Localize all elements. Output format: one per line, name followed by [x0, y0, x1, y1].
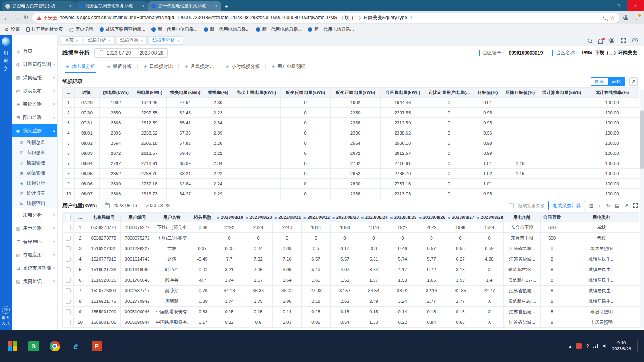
row-checkbox[interactable] [66, 257, 71, 262]
sidebar-item-distribution-monitor[interactable]: ⊟配电监测▾ [12, 111, 57, 124]
browser-menu-icon[interactable]: ⋮ [632, 14, 640, 21]
user-no-link[interactable]: 7808075272 [121, 222, 154, 233]
ie-icon[interactable]: e [66, 334, 85, 358]
bookmark-item[interactable]: 新一代用电信息采... [151, 27, 197, 32]
sidebar-item-power-analysis[interactable]: ◔用电分析▾ [12, 208, 57, 222]
sidebar-item-metering-monitor[interactable]: ◎计量运行监测▾ [12, 58, 57, 71]
table-view-button[interactable]: 表格 [608, 77, 625, 86]
meter-no-link[interactable]: 1516921776 [87, 296, 121, 307]
select-all-checkbox[interactable] [66, 215, 71, 220]
browser-tab[interactable]: 能源互联网营销服务系统× [75, 1, 148, 11]
row-checkbox[interactable] [66, 225, 71, 230]
bookmark-item[interactable]: 新一代用电信息采... [204, 27, 250, 32]
table-row[interactable]: 207/3023502297.5552.452.23023502297.5500… [63, 108, 639, 118]
back-button[interactable]: ← [4, 14, 10, 21]
chrome-taskbar-icon[interactable] [45, 334, 64, 358]
tray-app-icon[interactable] [576, 343, 582, 349]
tray-expand-icon[interactable]: ▴ [569, 344, 571, 349]
app-search-icon[interactable] [588, 39, 592, 43]
table-row[interactable]: 815169217763002779942周明慧-0.391.741.752.8… [63, 296, 639, 307]
fullscreen-icon[interactable] [621, 38, 626, 43]
table-row[interactable]: 105382737787808075272下坝(二)环美变-0.66219223… [63, 222, 639, 233]
meter-no-link[interactable]: 0538273778 [87, 222, 121, 233]
table-row[interactable]: 808/0528522788.7963.212.22028522788.7901… [63, 169, 639, 179]
export-icon[interactable]: ↗ [629, 77, 638, 86]
fullscreen-table-icon[interactable] [633, 203, 638, 208]
url-text[interactable]: neweic.js.sgcc.com.cn/#/llm/line/LineRat… [60, 14, 601, 21]
subtab-daily-loss-compare[interactable]: ◈日线损对比 [138, 60, 178, 73]
sidebar-subitem-stat-report[interactable]: ◷统计报表 [12, 188, 57, 198]
table-row[interactable]: 107/2919921944.4647.542.39019921944.4600… [63, 98, 639, 108]
table-row[interactable]: 315192270313001296227方林0.370.050.040.090… [63, 243, 639, 254]
tab-close-icon[interactable]: × [108, 38, 110, 43]
app-tab-line-loss-query[interactable]: 线损查询× [116, 36, 147, 45]
notification-bell-icon[interactable] [598, 39, 603, 43]
tab-close-icon[interactable]: × [69, 4, 72, 9]
columns-icon[interactable]: ⊞ [589, 203, 593, 209]
table-row[interactable]: 908/0628002737.1662.842.24028002737.1601… [63, 179, 639, 189]
app-tab-line-loss-analysis[interactable]: 线损分析× [84, 36, 114, 45]
save-icon[interactable]: ▤ [615, 203, 619, 209]
correlation-calc-button[interactable]: 相关系数计算 [548, 201, 585, 210]
row-checkbox[interactable] [66, 278, 71, 283]
app-tab-line-rate-analysis[interactable]: 线损率分析× [148, 36, 183, 45]
window-maximize-button[interactable]: □ [610, 0, 627, 11]
subtab-hourly-loss-analysis[interactable]: ◈小时线损分析 [220, 60, 265, 73]
tab-close-icon[interactable]: × [177, 38, 180, 43]
sidebar-subitem-line-loss-query[interactable]: ⊡线损查询 [12, 198, 57, 208]
subtab-assign-analysis[interactable]: ◈赋值分析 [101, 60, 137, 73]
add-icon[interactable]: + [598, 203, 601, 209]
bookmark-item[interactable]: 打开新的标签页 [26, 27, 63, 32]
scrollbar-thumb[interactable] [640, 110, 644, 169]
row-checkbox[interactable] [66, 267, 71, 272]
date-end[interactable]: 2023-08-28 [139, 50, 163, 56]
subtab-user-energy-detail[interactable]: ◈用户电量明细 [266, 60, 311, 73]
wps-icon[interactable]: S [24, 334, 43, 358]
table-row[interactable]: 615169207263001765643殷存英-0.71.741.671.64… [63, 275, 639, 286]
new-tab-button[interactable]: + [221, 1, 231, 11]
meter-no-link[interactable]: 1520776609 [87, 286, 121, 296]
date-start[interactable]: 2023-07-29 [107, 50, 131, 56]
sidebar-item-home[interactable]: ⌂首页 [12, 44, 57, 58]
user-date-range[interactable]: 2023-08-19 - 2023-08-28 [101, 201, 174, 210]
tray-help-icon[interactable]: ? [586, 344, 589, 348]
user-no-link[interactable]: 3005190947 [121, 317, 154, 328]
bookmark-item[interactable]: ⚙设置 [5, 27, 20, 32]
help-icon[interactable] [632, 38, 638, 43]
forward-button[interactable]: → [14, 14, 20, 21]
sidebar-item-meter-reading[interactable]: ▤抄表发布▾ [12, 84, 57, 98]
browser-tab[interactable]: 新型电力负荷管理系统× [2, 1, 75, 11]
tab-close-icon[interactable]: × [141, 38, 143, 43]
meter-no-link[interactable]: 1520777315 [87, 254, 121, 264]
user-no-link[interactable]: 3002779942 [121, 296, 154, 307]
window-close-button[interactable]: × [627, 0, 644, 11]
table-row[interactable]: 408/0123962338.6257.382.39023962338.6200… [63, 128, 639, 138]
reload-button[interactable]: ↻ [23, 14, 28, 21]
sidebar-item-topic-app[interactable]: ▧专题应用▾ [12, 248, 57, 261]
powerpoint-icon[interactable]: P [87, 334, 106, 358]
table-row[interactable]: 708/0427822716.9165.092.34027822716.9101… [63, 158, 639, 169]
sidebar-item-load-identify[interactable]: ▨负荷辨识▾ [12, 275, 57, 288]
sidebar-subitem-assign-mgmt[interactable]: ▣赋值管理 [12, 168, 57, 178]
user-no-link[interactable]: 3002537717 [121, 286, 154, 296]
scrollbar-track[interactable] [640, 89, 644, 329]
user-no-link[interactable]: 3001765643 [121, 275, 154, 286]
address-bar[interactable]: 不安全 neweic.js.sgcc.com.cn/#/llm/line/Lin… [32, 13, 619, 23]
show-desktop-button[interactable] [637, 340, 639, 352]
sidebar-item-collection-ops[interactable]: ▦采集运维▾ [12, 71, 57, 84]
tab-close-icon[interactable]: × [215, 4, 218, 9]
row-checkbox[interactable] [66, 246, 71, 251]
meter-no-link[interactable]: 0538273778 [87, 233, 121, 243]
main-date-range[interactable]: 2023-07-29 - 2023-08-28 [94, 48, 168, 58]
app-tab-home[interactable]: 首页× [61, 36, 82, 45]
user-no-link[interactable]: 3001618089 [121, 264, 154, 275]
meter-no-link[interactable]: 1555001701 [87, 317, 121, 328]
sidebar-item-fee-control[interactable]: ◈费控监测▾ [12, 98, 57, 111]
contact-widget[interactable]: ☏ 联系方式 [0, 306, 12, 325]
table-row[interactable]: 205382737787808075272下坝(二)环美变0000000000东… [63, 233, 639, 243]
sidebar-item-power-monitor[interactable]: ▥用电监测▾ [12, 222, 57, 235]
user-date-start[interactable]: 2023-08-19 [113, 203, 137, 208]
bookmark-item[interactable]: ◷历史记录 [69, 27, 93, 32]
user-no-link[interactable]: 3005190946 [121, 307, 154, 317]
volume-icon[interactable] [603, 344, 607, 348]
